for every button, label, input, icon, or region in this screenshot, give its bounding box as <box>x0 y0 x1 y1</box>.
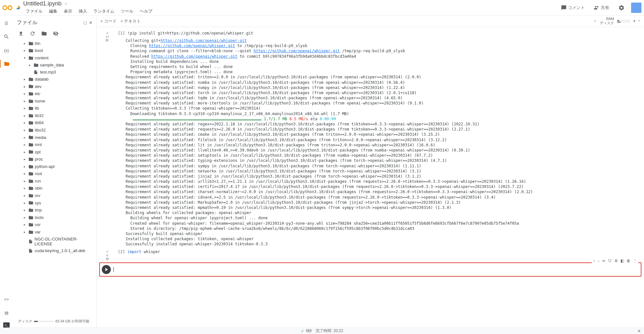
tree-item-srv[interactable]: ▸srv <box>15 192 94 199</box>
tree-item-cuda-keyring_1.0-1_all.deb[interactable]: cuda-keyring_1.0-1_all.deb <box>15 247 94 254</box>
toggle-hidden-icon[interactable] <box>53 31 59 36</box>
tree-item-sample_data[interactable]: ▸sample_data <box>15 62 94 69</box>
collapse-header-icon[interactable]: ^ <box>639 19 640 23</box>
expand-icon[interactable]: ▸ <box>22 157 27 161</box>
command-palette-icon[interactable]: ▤ <box>3 309 10 317</box>
tree-item-test.mp3[interactable]: test.mp3 <box>15 69 94 75</box>
expand-icon[interactable]: ▸ <box>22 128 27 132</box>
expand-icon[interactable]: ▸ <box>22 223 27 226</box>
tree-item-dev[interactable]: ▸dev <box>15 83 94 90</box>
expand-icon[interactable]: ▸ <box>22 172 27 175</box>
expand-icon[interactable]: ▸ <box>22 165 27 168</box>
expand-icon[interactable]: ▸ <box>22 114 27 117</box>
expand-icon[interactable]: ▸ <box>22 186 27 190</box>
expand-icon[interactable]: ▸ <box>22 216 27 219</box>
expand-icon[interactable]: ▸ <box>22 49 27 52</box>
menu-icon[interactable]: ☰ <box>3 19 10 27</box>
tree-item-python-apt[interactable]: ▸python-apt <box>15 163 94 170</box>
add-code-button[interactable]: + コード <box>101 18 117 24</box>
tree-item-mnt[interactable]: ▸mnt <box>15 141 94 148</box>
mount-drive-icon[interactable] <box>41 31 47 36</box>
menu-view[interactable]: 表示 <box>61 8 75 15</box>
tree-item-media[interactable]: ▸media <box>15 134 94 141</box>
star-icon[interactable]: ☆ <box>64 1 68 6</box>
menu-tools[interactable]: ツール <box>118 8 136 15</box>
status-close-icon[interactable]: ✕ <box>638 329 641 333</box>
more-cell-icon[interactable]: ⋮ <box>633 259 637 263</box>
add-text-button[interactable]: + テキスト <box>120 18 141 24</box>
expand-icon[interactable]: ▸ <box>22 92 27 95</box>
tree-item-proc[interactable]: ▸proc <box>15 155 94 163</box>
tree-item-lib64[interactable]: ▸lib64 <box>15 119 94 127</box>
tree-item-tmp[interactable]: ▸tmp <box>15 206 94 214</box>
expand-icon[interactable]: ▸ <box>22 230 27 234</box>
settings-button[interactable] <box>616 3 627 12</box>
comment-button[interactable]: コメント <box>558 4 587 12</box>
menu-insert[interactable]: 挿入 <box>76 8 90 15</box>
comment-cell-icon[interactable]: 🗨 <box>608 259 612 263</box>
menu-edit[interactable]: 編集 <box>46 8 60 15</box>
expand-icon[interactable]: ▸ <box>22 143 27 146</box>
link-icon[interactable]: ⇔ <box>602 259 605 263</box>
expand-icon[interactable]: ▸ <box>22 121 27 124</box>
expand-icon[interactable]: ▸ <box>22 106 27 110</box>
tree-item-datalab[interactable]: ▸datalab <box>15 75 94 83</box>
expand-icon[interactable]: ▸ <box>22 179 27 183</box>
new-window-icon[interactable]: ◻ <box>83 20 87 25</box>
code-input[interactable] <box>113 267 639 272</box>
terminal-icon[interactable]: >_ <box>3 322 10 328</box>
tree-item-lib32[interactable]: ▸lib32 <box>15 112 94 119</box>
expand-icon[interactable]: ▸ <box>27 63 32 67</box>
search-icon[interactable] <box>3 33 10 41</box>
code-cell-2[interactable]: ✓ 0 秒 [2]import whisper <box>97 248 644 261</box>
expand-icon[interactable]: ▸ <box>22 85 27 88</box>
tree-item-bin[interactable]: ▸bin <box>15 40 94 47</box>
menu-help[interactable]: ヘルプ <box>137 8 155 15</box>
tree-item-libx32[interactable]: ▸libx32 <box>15 126 94 134</box>
menu-file[interactable]: ファイル <box>23 8 45 15</box>
document-title[interactable]: Untitled1.ipynb <box>23 0 62 7</box>
menu-runtime[interactable]: ランタイム <box>91 8 117 15</box>
tree-item-boot[interactable]: ▸boot <box>15 47 94 54</box>
expand-icon[interactable]: ▸ <box>22 136 27 139</box>
expand-icon[interactable]: ▸ <box>22 201 27 205</box>
resource-labels[interactable]: RAM ディスク <box>600 17 614 25</box>
tree-item-sbin[interactable]: ▸sbin <box>15 185 94 192</box>
cell-code[interactable]: [2]import whisper <box>118 250 639 254</box>
variables-icon[interactable]: {x} <box>3 46 10 54</box>
expand-icon[interactable]: ▸ <box>22 77 27 81</box>
cell-code[interactable]: [1]!pip install git+https://github.com/o… <box>118 31 639 35</box>
tree-item-NGC-DL-CONTAINER-LICENSE[interactable]: NGC-DL-CONTAINER-LICENSE <box>15 236 94 247</box>
expand-icon[interactable]: ▸ <box>22 194 27 197</box>
resource-bars[interactable] <box>617 20 630 23</box>
expand-icon[interactable]: ▸ <box>22 208 27 212</box>
close-panel-icon[interactable]: ✕ <box>89 20 92 25</box>
share-button[interactable]: 共有 <box>591 4 612 12</box>
expand-icon[interactable]: ▸ <box>22 99 27 103</box>
active-code-cell[interactable]: ↑ ↓ ⇔ 🗨 ⚙ ◧ 🗑 ⋮ <box>99 262 641 277</box>
tree-item-var[interactable]: ▸var <box>15 228 94 236</box>
tree-item-content[interactable]: ▾content <box>15 54 94 62</box>
avatar[interactable] <box>631 3 641 13</box>
expand-icon[interactable]: ▸ <box>22 42 27 45</box>
mirror-cell-icon[interactable]: ◧ <box>620 259 624 263</box>
files-icon[interactable] <box>0 60 13 68</box>
expand-icon[interactable]: ▸ <box>22 150 27 154</box>
tree-item-opt[interactable]: ▸opt <box>15 148 94 156</box>
run-button[interactable] <box>102 265 111 274</box>
move-down-icon[interactable]: ↓ <box>598 259 600 263</box>
expand-icon[interactable]: ▾ <box>22 56 27 60</box>
tree-item-usr[interactable]: ▸usr <box>15 221 94 229</box>
resource-dropdown-icon[interactable]: ▾ <box>633 19 635 23</box>
refresh-icon[interactable] <box>30 31 35 36</box>
tree-item-root[interactable]: ▸root <box>15 170 94 178</box>
tree-item-lib[interactable]: ▸lib <box>15 105 94 112</box>
tree-item-home[interactable]: ▸home <box>15 97 94 105</box>
tree-item-run[interactable]: ▸run <box>15 177 94 185</box>
code-snippets-icon[interactable]: <> <box>3 295 10 303</box>
delete-cell-icon[interactable]: 🗑 <box>627 259 630 263</box>
tree-item-sys[interactable]: ▸sys <box>15 199 94 207</box>
move-up-icon[interactable]: ↑ <box>593 259 595 263</box>
upload-icon[interactable] <box>18 31 24 36</box>
code-cell-1[interactable]: ✓ 17 秒 [1]!pip install git+https://githu… <box>97 30 644 248</box>
